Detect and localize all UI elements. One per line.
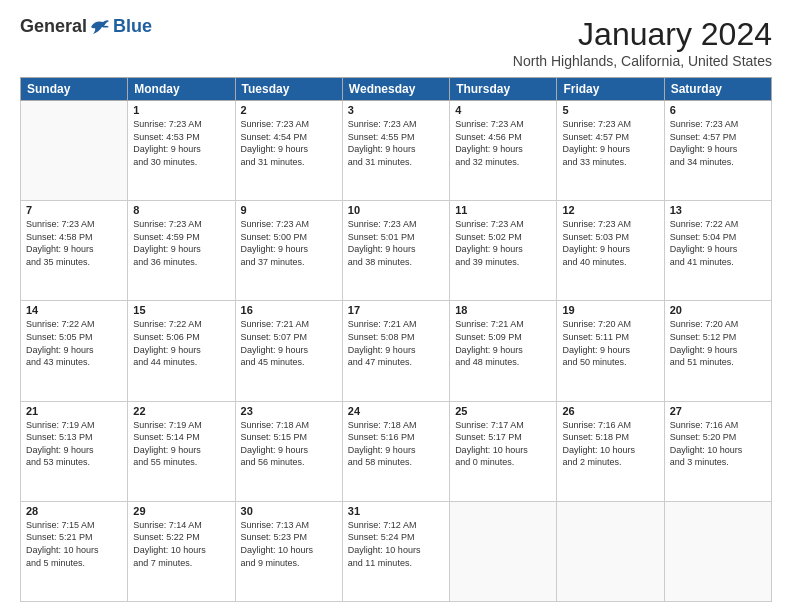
calendar-cell: 29Sunrise: 7:14 AM Sunset: 5:22 PM Dayli… <box>128 501 235 601</box>
day-number: 14 <box>26 304 122 316</box>
calendar-cell: 8Sunrise: 7:23 AM Sunset: 4:59 PM Daylig… <box>128 201 235 301</box>
day-number: 7 <box>26 204 122 216</box>
calendar-cell <box>450 501 557 601</box>
calendar-week-row: 28Sunrise: 7:15 AM Sunset: 5:21 PM Dayli… <box>21 501 772 601</box>
day-info: Sunrise: 7:18 AM Sunset: 5:16 PM Dayligh… <box>348 419 444 469</box>
day-number: 10 <box>348 204 444 216</box>
day-number: 29 <box>133 505 229 517</box>
calendar-cell: 11Sunrise: 7:23 AM Sunset: 5:02 PM Dayli… <box>450 201 557 301</box>
day-info: Sunrise: 7:23 AM Sunset: 4:53 PM Dayligh… <box>133 118 229 168</box>
calendar-cell: 13Sunrise: 7:22 AM Sunset: 5:04 PM Dayli… <box>664 201 771 301</box>
location-title: North Highlands, California, United Stat… <box>513 53 772 69</box>
day-info: Sunrise: 7:23 AM Sunset: 5:00 PM Dayligh… <box>241 218 337 268</box>
calendar-cell: 19Sunrise: 7:20 AM Sunset: 5:11 PM Dayli… <box>557 301 664 401</box>
calendar-cell: 25Sunrise: 7:17 AM Sunset: 5:17 PM Dayli… <box>450 401 557 501</box>
calendar-week-row: 1Sunrise: 7:23 AM Sunset: 4:53 PM Daylig… <box>21 101 772 201</box>
day-info: Sunrise: 7:23 AM Sunset: 4:58 PM Dayligh… <box>26 218 122 268</box>
calendar-cell: 12Sunrise: 7:23 AM Sunset: 5:03 PM Dayli… <box>557 201 664 301</box>
calendar-cell: 24Sunrise: 7:18 AM Sunset: 5:16 PM Dayli… <box>342 401 449 501</box>
day-info: Sunrise: 7:23 AM Sunset: 5:02 PM Dayligh… <box>455 218 551 268</box>
day-info: Sunrise: 7:13 AM Sunset: 5:23 PM Dayligh… <box>241 519 337 569</box>
day-number: 22 <box>133 405 229 417</box>
day-number: 30 <box>241 505 337 517</box>
weekday-header-thursday: Thursday <box>450 78 557 101</box>
page: General Blue January 2024 North Highland… <box>0 0 792 612</box>
weekday-header-row: SundayMondayTuesdayWednesdayThursdayFrid… <box>21 78 772 101</box>
calendar-cell: 18Sunrise: 7:21 AM Sunset: 5:09 PM Dayli… <box>450 301 557 401</box>
day-number: 15 <box>133 304 229 316</box>
calendar-cell: 31Sunrise: 7:12 AM Sunset: 5:24 PM Dayli… <box>342 501 449 601</box>
day-info: Sunrise: 7:23 AM Sunset: 4:56 PM Dayligh… <box>455 118 551 168</box>
day-info: Sunrise: 7:21 AM Sunset: 5:09 PM Dayligh… <box>455 318 551 368</box>
calendar-week-row: 21Sunrise: 7:19 AM Sunset: 5:13 PM Dayli… <box>21 401 772 501</box>
day-number: 6 <box>670 104 766 116</box>
logo: General Blue <box>20 16 152 37</box>
day-number: 27 <box>670 405 766 417</box>
logo-blue-text: Blue <box>113 16 152 37</box>
day-number: 12 <box>562 204 658 216</box>
day-number: 17 <box>348 304 444 316</box>
calendar-week-row: 7Sunrise: 7:23 AM Sunset: 4:58 PM Daylig… <box>21 201 772 301</box>
day-number: 28 <box>26 505 122 517</box>
calendar-cell: 6Sunrise: 7:23 AM Sunset: 4:57 PM Daylig… <box>664 101 771 201</box>
weekday-header-friday: Friday <box>557 78 664 101</box>
day-number: 23 <box>241 405 337 417</box>
calendar-cell: 26Sunrise: 7:16 AM Sunset: 5:18 PM Dayli… <box>557 401 664 501</box>
calendar-week-row: 14Sunrise: 7:22 AM Sunset: 5:05 PM Dayli… <box>21 301 772 401</box>
day-number: 8 <box>133 204 229 216</box>
day-number: 19 <box>562 304 658 316</box>
calendar-cell: 10Sunrise: 7:23 AM Sunset: 5:01 PM Dayli… <box>342 201 449 301</box>
calendar-cell: 17Sunrise: 7:21 AM Sunset: 5:08 PM Dayli… <box>342 301 449 401</box>
day-info: Sunrise: 7:23 AM Sunset: 4:57 PM Dayligh… <box>562 118 658 168</box>
calendar-cell: 7Sunrise: 7:23 AM Sunset: 4:58 PM Daylig… <box>21 201 128 301</box>
day-info: Sunrise: 7:23 AM Sunset: 4:54 PM Dayligh… <box>241 118 337 168</box>
day-info: Sunrise: 7:23 AM Sunset: 4:55 PM Dayligh… <box>348 118 444 168</box>
weekday-header-saturday: Saturday <box>664 78 771 101</box>
day-info: Sunrise: 7:22 AM Sunset: 5:06 PM Dayligh… <box>133 318 229 368</box>
calendar-cell <box>21 101 128 201</box>
day-info: Sunrise: 7:20 AM Sunset: 5:11 PM Dayligh… <box>562 318 658 368</box>
calendar-cell: 23Sunrise: 7:18 AM Sunset: 5:15 PM Dayli… <box>235 401 342 501</box>
header: General Blue January 2024 North Highland… <box>20 16 772 69</box>
calendar-cell <box>664 501 771 601</box>
month-title: January 2024 <box>513 16 772 53</box>
calendar-cell: 3Sunrise: 7:23 AM Sunset: 4:55 PM Daylig… <box>342 101 449 201</box>
day-number: 13 <box>670 204 766 216</box>
day-info: Sunrise: 7:22 AM Sunset: 5:04 PM Dayligh… <box>670 218 766 268</box>
day-info: Sunrise: 7:20 AM Sunset: 5:12 PM Dayligh… <box>670 318 766 368</box>
day-info: Sunrise: 7:19 AM Sunset: 5:13 PM Dayligh… <box>26 419 122 469</box>
day-info: Sunrise: 7:22 AM Sunset: 5:05 PM Dayligh… <box>26 318 122 368</box>
day-number: 31 <box>348 505 444 517</box>
day-number: 11 <box>455 204 551 216</box>
weekday-header-sunday: Sunday <box>21 78 128 101</box>
day-number: 16 <box>241 304 337 316</box>
calendar-cell: 5Sunrise: 7:23 AM Sunset: 4:57 PM Daylig… <box>557 101 664 201</box>
day-number: 1 <box>133 104 229 116</box>
calendar-cell: 27Sunrise: 7:16 AM Sunset: 5:20 PM Dayli… <box>664 401 771 501</box>
day-info: Sunrise: 7:23 AM Sunset: 4:57 PM Dayligh… <box>670 118 766 168</box>
calendar-cell: 14Sunrise: 7:22 AM Sunset: 5:05 PM Dayli… <box>21 301 128 401</box>
day-info: Sunrise: 7:12 AM Sunset: 5:24 PM Dayligh… <box>348 519 444 569</box>
logo-bird-icon <box>89 18 111 36</box>
day-number: 18 <box>455 304 551 316</box>
logo-general-text: General <box>20 16 87 37</box>
day-info: Sunrise: 7:17 AM Sunset: 5:17 PM Dayligh… <box>455 419 551 469</box>
calendar-cell: 2Sunrise: 7:23 AM Sunset: 4:54 PM Daylig… <box>235 101 342 201</box>
day-number: 21 <box>26 405 122 417</box>
calendar-cell: 28Sunrise: 7:15 AM Sunset: 5:21 PM Dayli… <box>21 501 128 601</box>
calendar-cell: 20Sunrise: 7:20 AM Sunset: 5:12 PM Dayli… <box>664 301 771 401</box>
day-number: 24 <box>348 405 444 417</box>
day-number: 20 <box>670 304 766 316</box>
day-info: Sunrise: 7:16 AM Sunset: 5:20 PM Dayligh… <box>670 419 766 469</box>
calendar-cell: 15Sunrise: 7:22 AM Sunset: 5:06 PM Dayli… <box>128 301 235 401</box>
calendar-table: SundayMondayTuesdayWednesdayThursdayFrid… <box>20 77 772 602</box>
day-info: Sunrise: 7:14 AM Sunset: 5:22 PM Dayligh… <box>133 519 229 569</box>
calendar-cell: 16Sunrise: 7:21 AM Sunset: 5:07 PM Dayli… <box>235 301 342 401</box>
calendar-cell: 21Sunrise: 7:19 AM Sunset: 5:13 PM Dayli… <box>21 401 128 501</box>
day-info: Sunrise: 7:21 AM Sunset: 5:07 PM Dayligh… <box>241 318 337 368</box>
day-number: 25 <box>455 405 551 417</box>
weekday-header-wednesday: Wednesday <box>342 78 449 101</box>
calendar-cell: 30Sunrise: 7:13 AM Sunset: 5:23 PM Dayli… <box>235 501 342 601</box>
day-info: Sunrise: 7:23 AM Sunset: 4:59 PM Dayligh… <box>133 218 229 268</box>
calendar-cell: 22Sunrise: 7:19 AM Sunset: 5:14 PM Dayli… <box>128 401 235 501</box>
